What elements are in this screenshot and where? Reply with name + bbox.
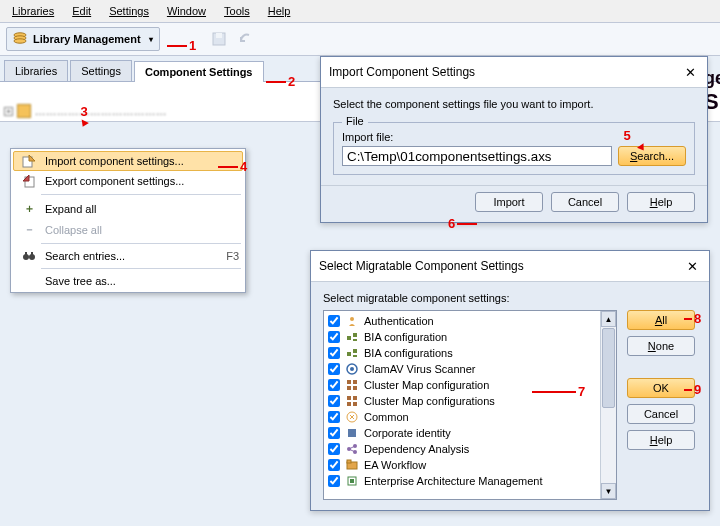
item-icon: [345, 394, 359, 408]
list-item[interactable]: Cluster Map configuration: [326, 377, 598, 393]
menu-settings[interactable]: Settings: [101, 2, 157, 20]
svg-rect-26: [353, 386, 357, 390]
ctx-import-component-settings[interactable]: Import component settings...: [13, 151, 243, 171]
list-item[interactable]: BIA configuration: [326, 329, 598, 345]
all-button[interactable]: All: [627, 310, 695, 330]
ok-button[interactable]: OK: [627, 378, 695, 398]
cancel-button[interactable]: Cancel: [551, 192, 619, 212]
import-file-input[interactable]: [342, 146, 612, 166]
settings-list: AuthenticationBIA configurationBIA confi…: [323, 310, 617, 500]
item-label: Dependency Analysis: [364, 443, 469, 455]
separator: [41, 268, 241, 269]
list-item[interactable]: Corporate identity: [326, 425, 598, 441]
ctx-expand-all[interactable]: ＋ Expand all: [13, 198, 243, 219]
item-checkbox[interactable]: [328, 475, 340, 487]
ctx-search-entries[interactable]: Search entries... F3: [13, 247, 243, 265]
dialog-titlebar: Select Migratable Component Settings ✕: [311, 251, 709, 282]
scrollbar[interactable]: ▲ ▼: [600, 311, 616, 499]
dialog-instruction: Select migratable component settings:: [323, 292, 697, 304]
scroll-up-icon[interactable]: ▲: [601, 311, 616, 327]
item-checkbox[interactable]: [328, 395, 340, 407]
list-item[interactable]: Authentication: [326, 313, 598, 329]
svg-rect-23: [347, 380, 351, 384]
ctx-export-component-settings[interactable]: Export component settings...: [13, 171, 243, 191]
ctx-collapse-label: Collapse all: [45, 224, 102, 236]
svg-rect-37: [347, 460, 351, 463]
list-item[interactable]: ClamAV Virus Scanner: [326, 361, 598, 377]
library-management-label: Library Management: [33, 33, 141, 45]
item-checkbox[interactable]: [328, 363, 340, 375]
save-icon[interactable]: [208, 28, 230, 50]
tab-settings[interactable]: Settings: [70, 60, 132, 81]
separator: [41, 194, 241, 195]
ctx-export-label: Export component settings...: [45, 175, 184, 187]
item-icon: [345, 458, 359, 472]
binoculars-icon: [17, 250, 41, 262]
ctx-save-tree-as[interactable]: Save tree as...: [13, 272, 243, 290]
tree-root-item[interactable]: + ………………………………: [4, 104, 167, 118]
stack-icon: [13, 31, 27, 47]
svg-rect-12: [25, 252, 27, 255]
tab-component-settings[interactable]: Component Settings: [134, 61, 264, 82]
svg-point-14: [350, 317, 354, 321]
list-item[interactable]: Enterprise Architecture Management: [326, 473, 598, 489]
close-icon[interactable]: ✕: [681, 63, 699, 81]
svg-rect-18: [347, 352, 351, 356]
item-icon: [345, 442, 359, 456]
menu-tools[interactable]: Tools: [216, 2, 258, 20]
separator: [41, 243, 241, 244]
item-label: EA Workflow: [364, 459, 426, 471]
item-icon: [345, 330, 359, 344]
list-item[interactable]: EA Workflow: [326, 457, 598, 473]
dropdown-caret-icon: ▾: [149, 35, 153, 44]
list-item[interactable]: Cluster Map configurations: [326, 393, 598, 409]
expand-icon[interactable]: +: [4, 107, 13, 116]
svg-rect-30: [353, 402, 357, 406]
svg-rect-16: [353, 333, 357, 337]
menu-edit[interactable]: Edit: [64, 2, 99, 20]
ctx-search-shortcut: F3: [226, 250, 239, 262]
list-item[interactable]: BIA configurations: [326, 345, 598, 361]
help-button[interactable]: Help: [627, 192, 695, 212]
dialog-import-component-settings: Import Component Settings ✕ Select the c…: [320, 56, 708, 223]
item-checkbox[interactable]: [328, 459, 340, 471]
list-item[interactable]: Dependency Analysis: [326, 441, 598, 457]
list-item[interactable]: Common: [326, 409, 598, 425]
search-button[interactable]: Search...: [618, 146, 686, 166]
tab-libraries[interactable]: Libraries: [4, 60, 68, 81]
item-checkbox[interactable]: [328, 379, 340, 391]
library-management-dropdown[interactable]: Library Management ▾: [6, 27, 160, 51]
item-checkbox[interactable]: [328, 315, 340, 327]
item-label: Enterprise Architecture Management: [364, 475, 543, 487]
item-checkbox[interactable]: [328, 331, 340, 343]
item-label: BIA configuration: [364, 331, 447, 343]
help-button[interactable]: Help: [627, 430, 695, 450]
scroll-down-icon[interactable]: ▼: [601, 483, 616, 499]
svg-rect-28: [353, 396, 357, 400]
item-checkbox[interactable]: [328, 443, 340, 455]
scroll-thumb[interactable]: [602, 328, 615, 408]
folder-icon: [17, 104, 31, 118]
menu-window[interactable]: Window: [159, 2, 214, 20]
item-icon: [345, 346, 359, 360]
none-button[interactable]: None: [627, 336, 695, 356]
dialog-titlebar: Import Component Settings ✕: [321, 57, 707, 88]
item-checkbox[interactable]: [328, 347, 340, 359]
file-group-label: File: [342, 115, 368, 127]
dialog-select-migratable: Select Migratable Component Settings ✕ S…: [310, 250, 710, 511]
menu-help[interactable]: Help: [260, 2, 299, 20]
cancel-button[interactable]: Cancel: [627, 404, 695, 424]
item-checkbox[interactable]: [328, 427, 340, 439]
menu-libraries[interactable]: Libraries: [4, 2, 62, 20]
svg-rect-25: [347, 386, 351, 390]
ctx-expand-label: Expand all: [45, 203, 96, 215]
file-group: File Import file: Search...: [333, 122, 695, 175]
svg-rect-13: [31, 252, 33, 255]
item-checkbox[interactable]: [328, 411, 340, 423]
close-icon[interactable]: ✕: [683, 257, 701, 275]
svg-rect-39: [350, 479, 354, 483]
context-menu: Import component settings... Export comp…: [10, 148, 246, 293]
undo-icon[interactable]: [234, 28, 256, 50]
import-button[interactable]: Import: [475, 192, 543, 212]
item-icon: [345, 426, 359, 440]
